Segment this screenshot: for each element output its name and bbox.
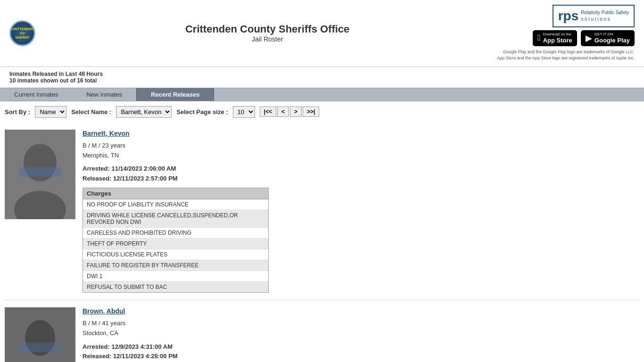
charge-row: CARELESS AND PROHIBITED DRIVING bbox=[83, 228, 268, 239]
controls-bar: Sort By : Name Select Name : Barnett, Ke… bbox=[0, 101, 644, 123]
name-label: Select Name : bbox=[71, 108, 111, 115]
badge-area: CRITTENDENCOSHERIFF bbox=[9, 20, 38, 46]
inmate-name-1[interactable]: Barnett, Kevon bbox=[83, 130, 639, 137]
page-size-select[interactable]: 10 25 50 bbox=[233, 106, 255, 118]
page-header: CRITTENDENCOSHERIFF Crittenden County Sh… bbox=[0, 0, 644, 67]
google-play-button[interactable]: ▶ GET IT ON Google Play bbox=[581, 30, 635, 46]
photo-placeholder-1 bbox=[5, 130, 75, 219]
charge-row: FICTICIOUS LICENSE PLATES bbox=[83, 249, 268, 260]
charges-table-1: Charges NO PROOF OF LIABILITY INSURANCE … bbox=[83, 188, 269, 293]
sort-select[interactable]: Name bbox=[35, 106, 66, 118]
nav-last-button[interactable]: >>| bbox=[303, 107, 319, 117]
inmate-photo-1 bbox=[5, 130, 75, 219]
page-size-label: Select Page size : bbox=[176, 108, 228, 115]
nav-prev-button[interactable]: < bbox=[277, 107, 289, 117]
charge-row: DRIVING WHILE LICENSE CANCELLED,SUSPENDE… bbox=[83, 210, 268, 228]
charges-header-1: Charges bbox=[83, 188, 268, 199]
sort-label: Sort By : bbox=[5, 108, 30, 115]
info-line2: 10 inmates shown out of 16 total bbox=[9, 77, 635, 84]
rps-logo-text: rps bbox=[558, 8, 579, 24]
tab-current-inmates[interactable]: Current Inmates bbox=[0, 88, 72, 101]
badge-text: CRITTENDENCOSHERIFF bbox=[12, 27, 33, 40]
charge-row: FAILURE TO REGISTER BY TRANSFEREE bbox=[83, 260, 268, 271]
tab-new-inmates[interactable]: New Inmates bbox=[72, 88, 136, 101]
svg-rect-3 bbox=[19, 167, 61, 177]
tab-recent-releases[interactable]: Recent Releases bbox=[136, 88, 214, 101]
app-store-button[interactable]:  Download on the App Store bbox=[533, 30, 577, 46]
header-right-area: rps Relativity Public Safety s o l u t i… bbox=[497, 5, 635, 62]
table-row: Brown, Abdul B / M / 41 years Stockton, … bbox=[5, 300, 639, 362]
inmate-photo-2 bbox=[5, 307, 75, 362]
tab-bar: Current Inmates New Inmates Recent Relea… bbox=[0, 88, 644, 101]
nav-first-button[interactable]: |<< bbox=[260, 107, 276, 117]
photo-placeholder-2 bbox=[5, 307, 75, 362]
inmate-dates-1: Arrested: 11/14/2023 2:06:00 AM Released… bbox=[83, 164, 639, 184]
charge-row: THEFT OF PROPERTY bbox=[83, 239, 268, 249]
info-line1: Inmates Released in Last 48 Hours bbox=[9, 71, 635, 77]
inmate-info-2: Brown, Abdul B / M / 41 years Stockton, … bbox=[83, 307, 639, 362]
sheriff-badge: CRITTENDENCOSHERIFF bbox=[9, 20, 35, 46]
inmate-name-2[interactable]: Brown, Abdul bbox=[83, 307, 639, 315]
google-play-icon: ▶ bbox=[586, 33, 592, 43]
rps-tagline: Relativity Public Safety s o l u t i o n… bbox=[581, 9, 629, 23]
apple-icon:  bbox=[537, 33, 541, 43]
info-bar: Inmates Released in Last 48 Hours 10 inm… bbox=[0, 67, 644, 88]
charge-row: NO PROOF OF LIABILITY INSURANCE bbox=[83, 199, 268, 210]
google-play-text: GET IT ON Google Play bbox=[594, 33, 630, 44]
table-row: Barnett, Kevon B / M / 23 years Memphis,… bbox=[5, 123, 639, 300]
store-buttons-area:  Download on the App Store ▶ GET IT ON … bbox=[533, 30, 635, 46]
page-title: Crittenden County Sheriffs Office bbox=[38, 23, 497, 35]
records-list: Barnett, Kevon B / M / 23 years Memphis,… bbox=[0, 123, 644, 362]
store-disclaimer: Google Play and the Google Play logo are… bbox=[497, 49, 635, 62]
inmate-dates-2: Arrested: 12/9/2023 4:31:00 AM Released:… bbox=[83, 342, 639, 362]
rps-logo: rps Relativity Public Safety s o l u t i… bbox=[553, 5, 635, 27]
header-title-area: Crittenden County Sheriffs Office Jail R… bbox=[38, 23, 497, 43]
charge-row: REFUSAL TO SUBMIT TO BAC bbox=[83, 282, 268, 292]
svg-rect-7 bbox=[19, 343, 61, 352]
charge-row: DWI 1 bbox=[83, 271, 268, 282]
inmate-info-1: Barnett, Kevon B / M / 23 years Memphis,… bbox=[83, 130, 639, 293]
pagination-controls: |<< < > >>| bbox=[260, 107, 320, 117]
page-subtitle: Jail Roster bbox=[38, 35, 497, 43]
app-store-text: Download on the App Store bbox=[543, 33, 572, 44]
inmate-demographics-1: B / M / 23 years Memphis, TN bbox=[83, 141, 639, 161]
inmate-demographics-2: B / M / 41 years Stockton, CA bbox=[83, 319, 639, 338]
name-select[interactable]: Barnett, Kevon bbox=[116, 106, 172, 118]
nav-next-button[interactable]: > bbox=[290, 107, 302, 117]
